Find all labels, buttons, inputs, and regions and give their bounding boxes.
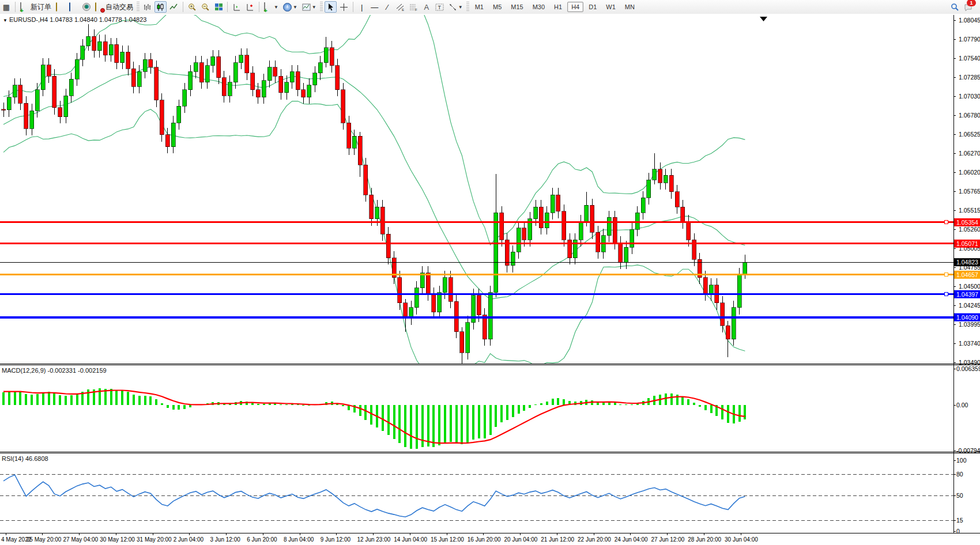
indicators-icon: + bbox=[264, 3, 273, 12]
window-icon: ▦ bbox=[2, 3, 10, 12]
chart-shift-icon bbox=[246, 3, 254, 12]
svg-text:21 Jun 12:00: 21 Jun 12:00 bbox=[541, 536, 574, 543]
svg-text:1.04500: 1.04500 bbox=[959, 283, 980, 290]
svg-text:0.006359: 0.006359 bbox=[956, 365, 980, 372]
notifications-button[interactable]: 1 bbox=[962, 1, 974, 13]
timeframe-button-M1[interactable]: M1 bbox=[471, 2, 488, 12]
new-order-icon: + bbox=[20, 3, 29, 12]
signals-button[interactable]: ◉ bbox=[81, 1, 92, 13]
new-order-button[interactable]: + 新订单 bbox=[18, 1, 53, 13]
tile-windows-icon bbox=[215, 3, 223, 10]
market-watch-button[interactable] bbox=[67, 1, 80, 13]
channel-icon: E bbox=[396, 3, 405, 12]
periods-button[interactable]: ▼ bbox=[281, 1, 299, 13]
chevron-down-icon: ▼ bbox=[312, 5, 316, 10]
crosshair-icon bbox=[340, 3, 348, 12]
chart-canvas[interactable]: 1.080451.077901.075401.072851.070301.067… bbox=[0, 14, 980, 545]
toolbar-separator bbox=[15, 2, 16, 12]
line-chart-button[interactable] bbox=[168, 1, 180, 13]
svg-text:8 Jun 04:00: 8 Jun 04:00 bbox=[284, 536, 314, 543]
svg-text:20 Jun 04:00: 20 Jun 04:00 bbox=[504, 536, 538, 543]
bollinger-bands bbox=[3, 14, 745, 384]
bar-chart-button[interactable] bbox=[141, 1, 153, 13]
vertical-line-icon: | bbox=[358, 3, 366, 12]
svg-text:22 Jun 20:00: 22 Jun 20:00 bbox=[578, 536, 611, 543]
auto-scroll-button[interactable] bbox=[231, 1, 243, 13]
arrows-button[interactable]: ▼ bbox=[447, 1, 465, 13]
templates-button[interactable]: ▼ bbox=[300, 1, 318, 13]
fibonacci-button[interactable]: F bbox=[408, 1, 420, 13]
svg-text:1.04090: 1.04090 bbox=[956, 314, 978, 321]
line-chart-icon bbox=[169, 3, 178, 12]
candlestick-chart-button[interactable] bbox=[154, 1, 167, 13]
svg-text:15 Jun 12:00: 15 Jun 12:00 bbox=[431, 536, 464, 543]
tile-windows-button[interactable] bbox=[213, 1, 224, 13]
svg-text:F: F bbox=[415, 8, 417, 12]
svg-text:1.05354: 1.05354 bbox=[956, 219, 978, 226]
autotrading-label: 自动交易 bbox=[105, 2, 133, 12]
svg-text:1.07790: 1.07790 bbox=[959, 36, 980, 43]
trendline-button[interactable]: ∕ bbox=[382, 1, 393, 13]
svg-text:16 Jun 20:00: 16 Jun 20:00 bbox=[468, 536, 501, 543]
timeframe-button-H4[interactable]: H4 bbox=[567, 2, 583, 12]
bar-chart-icon bbox=[143, 3, 152, 12]
channel-button[interactable]: E bbox=[394, 1, 406, 13]
wallet-icon bbox=[56, 3, 65, 12]
chart-window[interactable]: 1.080451.077901.075401.072851.070301.067… bbox=[0, 14, 980, 545]
svg-text:15: 15 bbox=[956, 517, 963, 524]
svg-text:1.05765: 1.05765 bbox=[959, 188, 980, 195]
window-context-arrow-icon: ▼ bbox=[3, 18, 7, 23]
chevron-down-icon: ▼ bbox=[293, 5, 297, 10]
new-order-label: 新订单 bbox=[31, 2, 51, 12]
search-button[interactable] bbox=[949, 1, 961, 13]
timeframe-button-M15[interactable]: M15 bbox=[507, 2, 527, 12]
svg-text:1.04823: 1.04823 bbox=[956, 259, 978, 266]
toolbar-separator bbox=[227, 2, 228, 12]
svg-text:30 Jun 04:00: 30 Jun 04:00 bbox=[725, 536, 758, 543]
svg-text:1.04245: 1.04245 bbox=[959, 302, 980, 309]
chart-shift-marker-icon bbox=[760, 17, 767, 21]
svg-text:30 May 12:00: 30 May 12:00 bbox=[100, 536, 135, 543]
text-button[interactable]: A bbox=[421, 1, 432, 13]
window-menu-button[interactable]: ▦ bbox=[1, 1, 12, 13]
svg-text:0.00: 0.00 bbox=[956, 402, 968, 408]
toolbar-right-group: 1 bbox=[948, 1, 977, 13]
text-label-button[interactable]: T bbox=[434, 1, 446, 13]
timeframe-button-H1[interactable]: H1 bbox=[550, 2, 566, 12]
history-center-button[interactable] bbox=[54, 1, 66, 13]
svg-text:80: 80 bbox=[956, 471, 963, 478]
svg-text:1.04657: 1.04657 bbox=[956, 271, 978, 278]
svg-text:E: E bbox=[402, 8, 404, 12]
horizontal-line-icon: — bbox=[371, 3, 379, 12]
timeframe-button-M30[interactable]: M30 bbox=[529, 2, 549, 12]
indicators-button[interactable]: +▼ bbox=[262, 1, 280, 13]
svg-text:1.04397: 1.04397 bbox=[956, 291, 978, 298]
autotrading-button[interactable]: 自动交易 bbox=[93, 1, 135, 13]
terminal-icon bbox=[69, 3, 78, 12]
search-icon bbox=[951, 3, 959, 12]
vertical-line-button[interactable]: | bbox=[356, 1, 368, 13]
svg-text:25 May 20:00: 25 May 20:00 bbox=[27, 536, 62, 543]
toolbar-separator bbox=[353, 2, 353, 12]
timeframe-button-W1[interactable]: W1 bbox=[602, 2, 620, 12]
chart-shift-button[interactable] bbox=[244, 1, 256, 13]
signal-icon: ◉ bbox=[82, 3, 91, 11]
time-axis: 4 May 202225 May 20:0027 May 04:0030 May… bbox=[1, 533, 758, 543]
text-icon: A bbox=[423, 3, 431, 12]
timeframe-button-M5[interactable]: M5 bbox=[489, 2, 506, 12]
zoom-out-button[interactable] bbox=[199, 1, 212, 13]
svg-text:1.06780: 1.06780 bbox=[959, 112, 980, 119]
timeframe-button-MN[interactable]: MN bbox=[621, 2, 639, 12]
text-label-icon: T bbox=[435, 3, 444, 12]
timeframe-button-D1[interactable]: D1 bbox=[585, 2, 601, 12]
horizontal-line-button[interactable]: — bbox=[369, 1, 380, 13]
crosshair-button[interactable] bbox=[338, 1, 350, 13]
svg-text:1.05260: 1.05260 bbox=[959, 226, 980, 233]
cursor-button[interactable] bbox=[325, 1, 337, 13]
notification-badge: 1 bbox=[967, 0, 976, 6]
toolbar-separator bbox=[259, 2, 259, 12]
toolbar-grip bbox=[137, 2, 140, 12]
svg-text:1.08045: 1.08045 bbox=[959, 17, 980, 24]
zoom-in-button[interactable] bbox=[186, 1, 198, 13]
candlestick-icon bbox=[156, 3, 165, 12]
